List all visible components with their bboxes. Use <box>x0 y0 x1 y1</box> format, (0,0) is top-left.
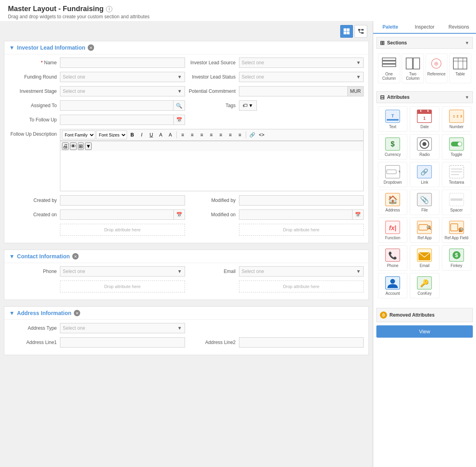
widget-text[interactable]: T Text <box>378 106 407 132</box>
tags-button[interactable]: 🏷 ▼ <box>239 100 257 111</box>
text-widget-icon: T <box>385 109 401 123</box>
widget-email[interactable]: Email <box>410 245 439 271</box>
investor-section-header: ▼ Investor Lead Information ✕ <box>4 41 368 54</box>
radio-widget-label: Radio <box>419 152 430 157</box>
outdent-btn[interactable]: ≡ <box>235 131 244 139</box>
calendar-icon[interactable]: 📅 <box>173 115 185 125</box>
tab-palette[interactable]: Palette <box>373 21 407 34</box>
attributes-panel-header[interactable]: ⊟ Attributes ▼ <box>376 91 473 103</box>
numbered-list-btn[interactable]: ≡ <box>226 131 235 139</box>
address-section-content: Address Type Select one▼ Address Line1 <box>4 320 368 355</box>
name-input[interactable] <box>60 58 185 68</box>
address-line1-input[interactable] <box>60 337 185 348</box>
tab-revisions[interactable]: Revisions <box>442 21 476 33</box>
font-size-select[interactable]: Font Sizes <box>96 131 127 139</box>
print-btn[interactable]: 🖨 <box>62 142 69 150</box>
grid-view-btn[interactable] <box>340 25 353 38</box>
investor-source-label: Investor Lead Source <box>188 60 236 65</box>
address-toggle[interactable]: ▼ <box>9 310 15 316</box>
widget-link[interactable]: 🔗 Link <box>410 162 439 187</box>
investor-status-select[interactable]: Select one▼ <box>239 72 364 82</box>
tab-inspector[interactable]: Inspector <box>407 21 441 33</box>
created-by-input[interactable] <box>60 195 185 206</box>
richtext-body[interactable] <box>60 151 363 191</box>
italic-btn[interactable]: I <box>137 131 146 139</box>
widget-file[interactable]: 📎 File <box>410 190 439 215</box>
contact-close-btn[interactable]: ✕ <box>72 253 79 259</box>
align-right-btn[interactable]: ≡ <box>197 131 206 139</box>
modified-by-input[interactable] <box>239 195 364 206</box>
widget-address[interactable]: 🏠 Address <box>378 190 407 215</box>
drop-area-2[interactable]: Drop attribute here <box>239 224 364 236</box>
info-icon[interactable]: i <box>106 6 112 12</box>
contact-drop-area-1[interactable]: Drop attribute here <box>60 281 185 292</box>
investment-stage-select[interactable]: Select one▼ <box>60 86 185 96</box>
address-line2-input[interactable] <box>239 337 364 348</box>
modified-on-input[interactable] <box>239 209 353 220</box>
widget-toggle[interactable]: Toggle <box>442 134 471 160</box>
preview-btn[interactable]: 👁 <box>70 142 77 150</box>
underline-btn[interactable]: U <box>147 131 156 139</box>
widget-conkey[interactable]: 🔑 ConKey <box>410 273 439 298</box>
code-btn[interactable]: <> <box>257 131 266 139</box>
widget-ref-app-field[interactable]: 🔎 Ref App Field <box>442 217 471 243</box>
contact-toggle[interactable]: ▼ <box>9 253 15 259</box>
align-justify-btn[interactable]: ≡ <box>207 131 216 139</box>
bold-btn[interactable]: B <box>128 131 137 139</box>
widget-phone[interactable]: 📞 Phone <box>378 245 407 271</box>
search-icon[interactable]: 🔍 <box>173 100 185 111</box>
widget-date[interactable]: 1 Date <box>410 106 439 132</box>
widget-dropdown[interactable]: ▼ Dropdown <box>378 162 407 187</box>
flow-view-btn[interactable] <box>355 25 367 38</box>
sections-widget-grid: One Column Two Column ⊕ Reference <box>376 52 473 85</box>
form-row-created-on: Created on 📅 Modified on 📅 <box>9 209 364 220</box>
funding-round-select[interactable]: Select one▼ <box>60 72 185 82</box>
investor-toggle[interactable]: ▼ <box>9 44 15 51</box>
table-btn[interactable]: ⊞ <box>78 142 84 150</box>
widget-account[interactable]: Account <box>378 273 407 298</box>
highlight-btn[interactable]: A <box>166 131 175 139</box>
widget-textarea[interactable]: Textarea <box>442 162 471 187</box>
investor-close-btn[interactable]: ✕ <box>88 44 94 51</box>
widget-finkey[interactable]: $ Finkey <box>442 245 471 271</box>
widget-number[interactable]: 123 Number <box>442 106 471 132</box>
potential-commitment-input[interactable] <box>239 86 347 96</box>
align-left-btn[interactable]: ≡ <box>178 131 187 139</box>
created-on-calendar-icon[interactable]: 📅 <box>173 209 185 220</box>
form-row-created-by: Created by Modified by <box>9 195 364 206</box>
widget-spacer[interactable]: Spacer <box>442 190 471 215</box>
assigned-to-input[interactable] <box>60 100 173 111</box>
potential-commitment-input-wrap: MUR <box>239 86 364 96</box>
one-column-label: One Column <box>379 72 399 81</box>
contact-drop-area-2[interactable]: Drop attribute here <box>239 281 364 292</box>
widget-ref-app[interactable]: 🔍 Ref App <box>410 217 439 243</box>
font-family-select[interactable]: Font Family <box>62 131 95 139</box>
section-widget-two-column[interactable]: Two Column <box>402 54 424 83</box>
link-btn[interactable]: 🔗 <box>248 131 256 139</box>
align-center-btn[interactable]: ≡ <box>188 131 197 139</box>
richtext-editor[interactable]: Font Family Font Sizes B I U A A ≡ ≡ <box>60 129 364 191</box>
widget-currency[interactable]: $ Currency <box>378 134 407 160</box>
widget-radio[interactable]: Radio <box>410 134 439 160</box>
widget-function[interactable]: fx| Function <box>378 217 407 243</box>
svg-rect-0 <box>344 29 346 31</box>
email-select[interactable]: Select one▼ <box>239 266 364 277</box>
section-widget-one-column[interactable]: One Column <box>378 54 400 83</box>
address-close-btn[interactable]: ✕ <box>74 310 80 316</box>
modified-on-calendar-icon[interactable]: 📅 <box>352 209 364 220</box>
font-color-btn[interactable]: A <box>156 131 165 139</box>
bullet-list-btn[interactable]: ≡ <box>216 131 225 139</box>
table-dropdown-btn[interactable]: ▼ <box>85 142 92 150</box>
phone-select[interactable]: Select one▼ <box>60 266 185 277</box>
address-type-select[interactable]: Select one▼ <box>60 323 185 333</box>
view-removed-btn[interactable]: View <box>376 325 473 338</box>
section-widget-reference[interactable]: ⊕ Reference <box>426 54 448 83</box>
created-on-input[interactable] <box>60 209 173 220</box>
investor-source-select[interactable]: Select one▼ <box>239 58 364 68</box>
drop-area-1[interactable]: Drop attribute here <box>60 224 185 236</box>
svg-rect-1 <box>347 29 349 31</box>
section-widget-table[interactable]: Table <box>449 54 471 83</box>
one-column-icon <box>381 56 397 71</box>
sections-panel-header[interactable]: ⊞ Sections ▼ <box>376 37 473 49</box>
to-follow-up-input[interactable] <box>60 115 173 125</box>
